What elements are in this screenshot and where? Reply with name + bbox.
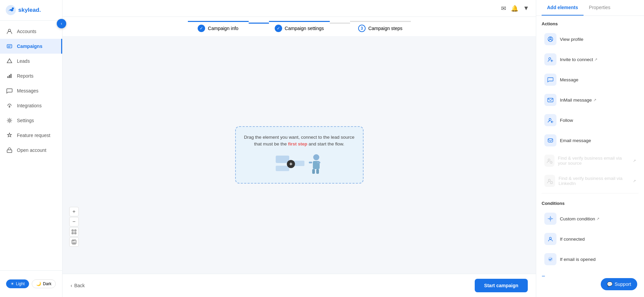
sidebar-collapse-button[interactable]: ‹	[57, 19, 66, 28]
leads-icon	[6, 58, 13, 64]
sidebar-item-campaigns[interactable]: Campaigns	[0, 39, 62, 54]
tab-properties[interactable]: Properties	[584, 0, 616, 16]
canvas-main: Drag the element you want, connect to th…	[63, 36, 536, 274]
custom-condition-icon-box	[544, 213, 556, 225]
email-message-icon-box	[544, 134, 556, 146]
external-link-icon: ↗	[594, 57, 597, 62]
step2-inner: ✓ Campaign settings	[275, 25, 324, 32]
action-invite-connect[interactable]: Invite to connect ↗	[539, 50, 641, 69]
find-verify-linkedin-icon-box	[544, 175, 555, 187]
sidebar-item-settings[interactable]: Settings	[0, 113, 62, 128]
drop-zone[interactable]: Drag the element you want, connect to th…	[235, 126, 364, 184]
step-campaign-steps: 3 Campaign steps	[350, 21, 411, 32]
svg-point-38	[550, 218, 551, 220]
action-view-profile[interactable]: View profile	[539, 30, 641, 49]
step-campaign-info: ✓ Campaign info	[188, 21, 249, 32]
sidebar-item-accounts[interactable]: Accounts	[0, 24, 62, 39]
svg-text:+: +	[289, 161, 292, 167]
svg-point-39	[549, 237, 551, 239]
svg-rect-18	[316, 169, 319, 174]
svg-point-29	[550, 38, 551, 39]
svg-rect-19	[309, 162, 312, 163]
logo: skylead.	[0, 0, 62, 21]
find-verify-source-external-icon: ↗	[633, 159, 636, 163]
action-find-verify-linkedin[interactable]: Find & verify business email via LinkedI…	[539, 171, 641, 190]
connector-2-3	[330, 23, 350, 24]
find-verify-source-label: Find & verify business email via your so…	[558, 156, 636, 166]
sidebar-bottom: ☀ Light 🌙 Dark	[0, 270, 62, 297]
svg-rect-31	[548, 98, 553, 102]
svg-rect-33	[548, 139, 553, 142]
svg-rect-37	[550, 182, 552, 184]
svg-rect-20	[317, 162, 320, 163]
inmail-label: InMail message ↗	[560, 98, 596, 103]
dark-theme-button[interactable]: 🌙 Dark	[32, 279, 56, 288]
messages-icon	[6, 87, 13, 94]
find-verify-linkedin-external-icon: ↗	[633, 179, 636, 183]
condition-if-connected[interactable]: If connected	[539, 230, 641, 248]
view-profile-label: View profile	[560, 37, 584, 42]
action-find-verify-source[interactable]: Find & verify business email via your so…	[539, 151, 641, 170]
svg-point-1	[12, 7, 14, 9]
sidebar-item-reports[interactable]: Reports	[0, 69, 62, 83]
if-connected-label: If connected	[560, 237, 585, 242]
bell-icon[interactable]: 🔔	[511, 5, 518, 12]
integrations-label: Integrations	[17, 103, 42, 108]
if-connected-icon-box	[544, 233, 556, 245]
start-campaign-button[interactable]: Start campaign	[475, 279, 528, 292]
support-button[interactable]: 💬 Support	[601, 278, 637, 290]
view-profile-icon-box	[544, 33, 556, 45]
email-message-label: Email message	[560, 138, 591, 143]
svg-point-32	[549, 118, 551, 120]
action-inmail[interactable]: InMail message ↗	[539, 90, 641, 109]
if-email-opened-label: If email is opened	[560, 257, 596, 262]
accounts-label: Accounts	[17, 29, 36, 34]
svg-point-30	[549, 58, 551, 60]
condition-if-email-opened[interactable]: If email is opened	[539, 250, 641, 269]
custom-condition-label: Custom condition ↗	[560, 216, 599, 221]
light-theme-button[interactable]: ☀ Light	[6, 279, 29, 288]
step2-label: Campaign settings	[285, 26, 324, 31]
campaigns-label: Campaigns	[17, 44, 42, 49]
svg-rect-9	[7, 150, 12, 153]
action-message[interactable]: Message	[539, 70, 641, 89]
action-follow[interactable]: Follow	[539, 111, 641, 130]
zoom-out-button[interactable]: −	[69, 217, 79, 226]
step1-inner: ✓ Campaign info	[198, 25, 238, 32]
follow-label: Follow	[560, 118, 573, 123]
skylead-logo-icon	[5, 5, 16, 16]
sidebar-item-messages[interactable]: Messages	[0, 83, 62, 98]
zoom-fit-button[interactable]	[69, 227, 79, 237]
step1-bar	[188, 21, 249, 22]
step1-check: ✓	[198, 25, 205, 32]
sidebar-item-integrations[interactable]: Integrations	[0, 98, 62, 113]
back-button[interactable]: ‹ Back	[71, 283, 85, 288]
first-step-highlight: first step	[288, 141, 307, 146]
svg-point-40	[548, 257, 553, 262]
step-campaign-settings: ✓ Campaign settings	[269, 21, 330, 32]
main-content: ✉ 🔔 ▼ ✓ Campaign info ✓ Campai	[63, 0, 536, 297]
mail-icon[interactable]: ✉	[501, 5, 506, 12]
footer: ‹ Back Start campaign	[63, 274, 536, 297]
step3-bar	[350, 21, 411, 22]
invite-connect-label: Invite to connect ↗	[560, 57, 597, 62]
tab-add-elements[interactable]: Add elements	[542, 0, 584, 16]
zoom-in-button[interactable]: +	[69, 207, 79, 216]
sidebar-item-leads[interactable]: Leads	[0, 54, 62, 69]
find-verify-source-icon-box	[544, 155, 554, 167]
svg-rect-7	[10, 74, 11, 78]
save-button[interactable]	[69, 237, 79, 247]
svg-rect-23	[72, 233, 73, 234]
action-email-message[interactable]: Email message	[539, 131, 641, 150]
sidebar-item-open-account[interactable]: Open account	[0, 143, 62, 158]
inmail-icon-box	[544, 94, 556, 106]
open-account-icon	[6, 147, 13, 154]
sidebar-item-feature-request[interactable]: Feature request	[0, 128, 62, 143]
open-account-label: Open account	[17, 147, 46, 153]
message-icon-box	[544, 74, 556, 86]
sidebar: skylead. Accounts Campaigns Leads Report…	[0, 0, 63, 297]
condition-custom[interactable]: Custom condition ↗	[539, 209, 641, 228]
canvas-area[interactable]: Drag the element you want, connect to th…	[63, 36, 536, 274]
dropdown-icon[interactable]: ▼	[523, 5, 529, 12]
svg-rect-27	[73, 242, 75, 244]
